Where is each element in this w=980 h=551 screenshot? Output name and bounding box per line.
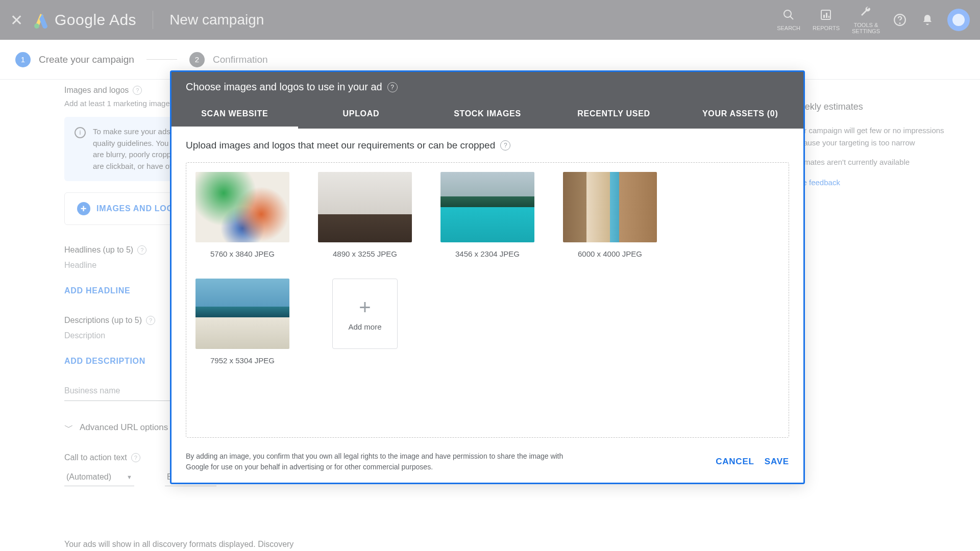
- image-thumb[interactable]: 7952 x 5304 JPEG: [195, 279, 289, 365]
- thumbnail-image: [195, 172, 289, 242]
- tab-upload[interactable]: UPLOAD: [298, 101, 425, 129]
- upload-grid: 5760 x 3840 JPEG 4890 x 3255 JPEG 3456 x…: [186, 162, 789, 438]
- image-thumb[interactable]: 6000 x 4000 JPEG: [563, 172, 657, 258]
- thumb-dimensions: 4890 x 3255 JPEG: [333, 249, 397, 258]
- thumbnail-image: [195, 279, 289, 349]
- plus-icon: +: [359, 297, 371, 317]
- modal-header: Choose images and logos to use in your a…: [172, 72, 803, 129]
- help-icon[interactable]: ?: [387, 82, 398, 92]
- thumb-dimensions: 6000 x 4000 JPEG: [578, 249, 642, 258]
- image-thumb[interactable]: 3456 x 2304 JPEG: [440, 172, 534, 258]
- legal-text: By adding an image, you confirm that you…: [186, 451, 574, 472]
- save-button[interactable]: SAVE: [765, 457, 789, 467]
- cancel-button[interactable]: CANCEL: [716, 457, 754, 467]
- thumbnail-image: [318, 172, 412, 242]
- modal-title: Choose images and logos to use in your a…: [172, 81, 803, 101]
- image-thumb[interactable]: 4890 x 3255 JPEG: [318, 172, 412, 258]
- modal-body: Upload images and logos that meet our re…: [172, 129, 803, 445]
- tab-recently-used[interactable]: RECENTLY USED: [551, 101, 677, 129]
- tab-stock-images[interactable]: STOCK IMAGES: [424, 101, 551, 129]
- thumbnail-image: [563, 172, 657, 242]
- thumb-dimensions: 3456 x 2304 JPEG: [455, 249, 520, 258]
- add-more-tile[interactable]: + Add more: [318, 279, 412, 365]
- thumbnail-image: [440, 172, 534, 242]
- upload-heading: Upload images and logos that meet our re…: [186, 140, 789, 151]
- modal-tabs: SCAN WEBSITE UPLOAD STOCK IMAGES RECENTL…: [172, 101, 803, 129]
- image-thumb[interactable]: 5760 x 3840 JPEG: [195, 172, 289, 258]
- tab-your-assets[interactable]: YOUR ASSETS (0): [677, 101, 803, 129]
- image-picker-modal: Choose images and logos to use in your a…: [170, 70, 805, 484]
- help-icon[interactable]: ?: [500, 140, 510, 151]
- modal-footer: By adding an image, you confirm that you…: [172, 445, 803, 483]
- tab-scan-website[interactable]: SCAN WEBSITE: [172, 101, 298, 129]
- thumb-dimensions: 5760 x 3840 JPEG: [210, 249, 275, 258]
- thumb-dimensions: 7952 x 5304 JPEG: [210, 356, 275, 365]
